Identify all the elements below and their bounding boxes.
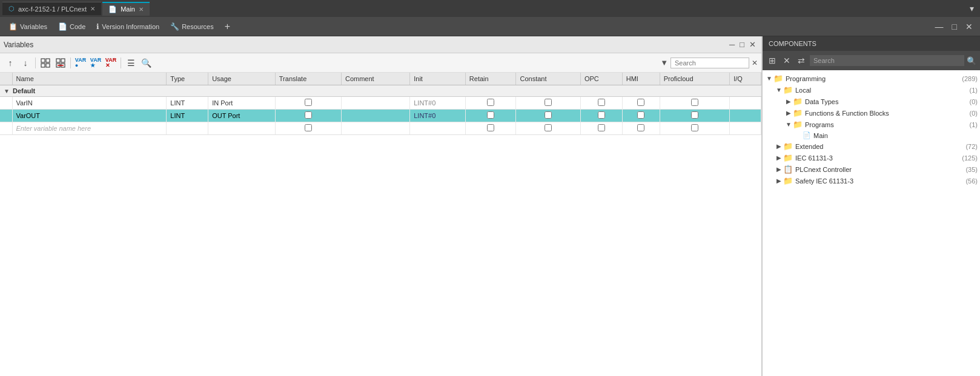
tree-item-safety[interactable]: ▶ 📁 Safety IEC 61131-3 (56) [763, 175, 980, 186]
constant-checkbox-1[interactable] [545, 99, 552, 106]
tree-item-iec61131[interactable]: ▶ 📁 IEC 61131-3 (125) [763, 152, 980, 163]
var-usage-2[interactable]: OUT Port [208, 110, 276, 122]
add-var-btn[interactable]: VAR● [74, 56, 87, 70]
var-type-empty[interactable] [167, 122, 208, 135]
vars-search-input[interactable] [670, 58, 749, 68]
hmi-checkbox-empty[interactable] [637, 124, 644, 131]
search-clear-icon[interactable]: ✕ [752, 59, 758, 67]
proficloud-checkbox-1[interactable] [691, 99, 698, 106]
rp-expand-btn[interactable]: ⊞ [766, 54, 778, 67]
constant-checkbox-2[interactable] [545, 111, 552, 119]
extended-expand-arrow[interactable]: ▶ [775, 143, 783, 150]
var-hmi-2[interactable] [622, 110, 660, 122]
add-tab-btn[interactable]: + [220, 19, 235, 35]
rp-close-btn[interactable]: ✕ [781, 54, 793, 67]
window-close-btn[interactable]: ✕ [962, 21, 976, 33]
vars-close-btn[interactable]: ✕ [747, 39, 758, 50]
constant-checkbox-empty[interactable] [545, 124, 552, 131]
iec61131-expand-arrow[interactable]: ▶ [775, 154, 783, 161]
var-opc-2[interactable] [580, 110, 622, 122]
axc-tab[interactable]: ⬡ axc-f-2152-1 / PLCnext ✕ [2, 2, 101, 15]
var-init-1[interactable]: LINT#0 [410, 97, 466, 110]
proficloud-checkbox-empty[interactable] [691, 124, 698, 131]
var-iq-empty[interactable] [730, 122, 761, 135]
var-hmi-empty[interactable] [622, 122, 660, 135]
tree-item-programming[interactable]: ▼ 📁 Programming (289) [763, 73, 980, 84]
menu-item-code[interactable]: 📄 Code [53, 20, 90, 33]
var-constant-1[interactable] [516, 97, 580, 110]
functions-expand-arrow[interactable]: ▶ [784, 110, 793, 116]
var-retain-1[interactable] [465, 97, 516, 110]
var-retain-2[interactable] [465, 110, 516, 122]
table-view-btn[interactable]: ☰ [124, 56, 137, 70]
var-hmi-1[interactable] [622, 97, 660, 110]
tree-item-main[interactable]: 📄 Main [763, 130, 980, 140]
add-var-inout-btn[interactable]: VAR★ [89, 56, 102, 70]
translate-checkbox-empty[interactable] [305, 124, 312, 131]
tree-item-programs[interactable]: ▼ 📁 Programs (1) [763, 119, 980, 130]
var-usage-1[interactable]: IN Port [208, 97, 276, 110]
move-down-btn[interactable]: ↓ [19, 56, 32, 70]
var-translate-1[interactable] [275, 97, 341, 110]
retain-checkbox-2[interactable] [487, 111, 494, 119]
components-search-input[interactable] [810, 55, 964, 66]
programs-collapse-arrow[interactable]: ▼ [784, 121, 793, 128]
add-var-delete-btn[interactable]: VAR✕ [104, 56, 118, 70]
var-comment-1[interactable] [341, 97, 409, 110]
move-up-btn[interactable]: ↑ [4, 56, 17, 70]
menu-item-version[interactable]: ℹ Version Information [91, 20, 164, 33]
var-name-2[interactable]: VarOUT [12, 110, 167, 122]
proficloud-checkbox-2[interactable] [691, 111, 698, 119]
menu-item-resources[interactable]: 🔧 Resources [165, 20, 219, 33]
filter-icon[interactable]: ▼ [660, 58, 668, 67]
var-name-1[interactable]: VarIN [12, 97, 167, 110]
components-search-btn[interactable]: 🔍 [967, 56, 976, 65]
var-opc-empty[interactable] [580, 122, 622, 135]
group-collapse-arrow[interactable]: ▼ [4, 88, 10, 94]
main-tab-close[interactable]: ✕ [139, 6, 144, 13]
hmi-checkbox-1[interactable] [637, 99, 644, 106]
var-init-empty[interactable] [410, 122, 466, 135]
window-max-btn[interactable]: □ [949, 21, 961, 33]
var-name-empty[interactable]: Enter variable name here [12, 122, 167, 135]
menu-item-variables[interactable]: 📋 Variables [4, 20, 52, 33]
window-min-btn[interactable]: — [932, 21, 947, 33]
var-constant-empty[interactable] [516, 122, 580, 135]
var-type-2[interactable]: LINT [167, 110, 208, 122]
var-proficloud-empty[interactable] [660, 122, 730, 135]
opc-checkbox-empty[interactable] [598, 124, 605, 131]
var-constant-2[interactable] [516, 110, 580, 122]
var-translate-2[interactable] [275, 110, 341, 122]
var-proficloud-2[interactable] [660, 110, 730, 122]
programming-collapse-arrow[interactable]: ▼ [765, 75, 773, 82]
axc-tab-close[interactable]: ✕ [90, 5, 95, 12]
retain-checkbox-empty[interactable] [487, 124, 494, 131]
rp-sync-btn[interactable]: ⇄ [795, 54, 807, 67]
plcnext-expand-arrow[interactable]: ▶ [775, 166, 783, 173]
var-type-1[interactable]: LINT [167, 97, 208, 110]
search-toolbar-btn[interactable]: 🔍 [139, 56, 153, 70]
tree-item-datatypes[interactable]: ▶ 📁 Data Types (0) [763, 96, 980, 107]
var-opc-1[interactable] [580, 97, 622, 110]
var-comment-empty[interactable] [341, 122, 409, 135]
var-translate-empty[interactable] [275, 122, 341, 135]
tree-item-local[interactable]: ▼ 📁 Local (1) [763, 84, 980, 96]
var-retain-empty[interactable] [465, 122, 516, 135]
title-dropdown-btn[interactable]: ▾ [966, 2, 978, 15]
hmi-checkbox-2[interactable] [637, 111, 644, 119]
var-init-2[interactable]: LINT#0 [410, 110, 466, 122]
var-proficloud-1[interactable] [660, 97, 730, 110]
opc-checkbox-1[interactable] [598, 99, 605, 106]
vars-maximize-btn[interactable]: □ [738, 39, 746, 50]
vars-minimize-btn[interactable]: ─ [727, 39, 737, 50]
local-collapse-arrow[interactable]: ▼ [775, 87, 783, 93]
tree-item-plcnext[interactable]: ▶ 📋 PLCnext Controller (35) [763, 163, 980, 175]
var-iq-2[interactable] [730, 110, 761, 122]
safety-expand-arrow[interactable]: ▶ [775, 177, 783, 184]
expand-all-btn[interactable] [39, 56, 52, 70]
tree-item-functions[interactable]: ▶ 📁 Functions & Function Blocks (0) [763, 107, 980, 119]
collapse-all-btn[interactable] [54, 56, 67, 70]
datatypes-expand-arrow[interactable]: ▶ [784, 98, 793, 105]
var-iq-1[interactable] [730, 97, 761, 110]
translate-checkbox-2[interactable] [305, 111, 312, 119]
